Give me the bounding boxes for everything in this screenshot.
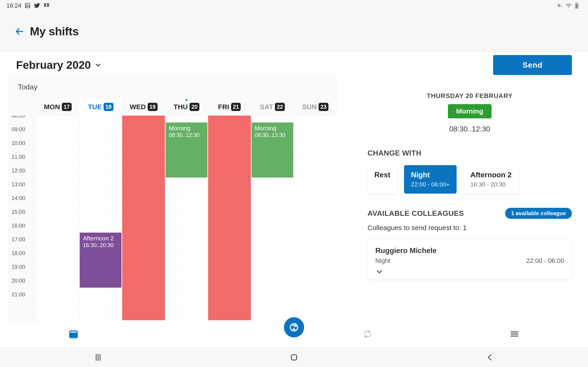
- colleague-name: Ruggiero Michele: [375, 246, 437, 255]
- tab-sync[interactable]: [294, 329, 441, 339]
- bottom-tab-bar: [0, 320, 588, 347]
- chevron-down-icon: [95, 62, 102, 69]
- status-time: 16:24: [6, 2, 21, 9]
- change-with-heading: CHANGE WITH: [367, 149, 572, 157]
- event-morning-thu[interactable]: Morning 08:30..12:30: [166, 123, 208, 177]
- fab-swap[interactable]: [284, 317, 304, 337]
- colleague-card[interactable]: Ruggiero Michele Night 22:00 - 06:00: [367, 240, 572, 279]
- event-morning-sat[interactable]: Morning 08:30..12:30: [251, 123, 293, 177]
- event-block-wed[interactable]: [122, 116, 165, 320]
- gallery-icon: [25, 2, 31, 8]
- svg-rect-19: [291, 355, 296, 360]
- event-afternoon2[interactable]: Afternoon 2 16:30..20:30: [80, 233, 121, 288]
- request-to-text: Colleagues to send request to: 1: [367, 224, 572, 232]
- day-col-fri[interactable]: [208, 116, 251, 320]
- available-heading: AVAILABLE COLLEAGUES: [367, 209, 464, 218]
- android-nav-bar: [0, 347, 588, 367]
- colleague-shift: Night: [375, 257, 390, 265]
- change-with-options: Rest Night 22:00 - 06:00+ Afternoon 2 16…: [367, 165, 572, 194]
- day-col-mon[interactable]: [36, 116, 79, 320]
- mute-icon: [557, 2, 563, 8]
- svg-rect-4: [576, 4, 578, 8]
- month-picker[interactable]: February 2020: [16, 59, 102, 71]
- day-head-thu[interactable]: THU20: [165, 98, 208, 116]
- tab-calendar[interactable]: [0, 329, 147, 339]
- available-badge: 1 available colleague: [505, 208, 572, 219]
- day-headers: MON17 TUE18 WED19 THU20 FRI21 SAT22 SUN2…: [8, 98, 337, 116]
- android-status-bar: 16:24: [0, 0, 588, 11]
- day-col-thu[interactable]: Morning 08:30..12:30: [165, 116, 208, 320]
- day-col-tue[interactable]: Afternoon 2 16:30..20:30: [79, 116, 122, 320]
- tab-menu[interactable]: [441, 329, 588, 339]
- option-afternoon2[interactable]: Afternoon 2 16:30 - 20:30: [464, 165, 519, 194]
- android-home-icon[interactable]: [289, 353, 299, 362]
- colleague-time: 22:00 - 06:00: [526, 257, 564, 265]
- day-head-sat[interactable]: SAT22: [251, 98, 294, 116]
- android-back-icon[interactable]: [485, 353, 494, 362]
- app-bar: My shifts: [0, 11, 588, 52]
- day-col-sun[interactable]: [294, 116, 337, 320]
- event-block-fri[interactable]: [208, 116, 251, 320]
- battery-icon: [575, 2, 579, 9]
- day-head-mon[interactable]: MON17: [36, 98, 79, 116]
- month-picker-label: February 2020: [16, 59, 91, 71]
- hour-gutter: 08:00 09:00 10:00 11:00 12:00 13:00 14:0…: [8, 116, 36, 320]
- option-rest[interactable]: Rest: [367, 165, 397, 194]
- wifi-icon: [565, 2, 572, 9]
- detail-date-header: THURSDAY 20 FEBRUARY: [367, 92, 572, 100]
- back-arrow-icon[interactable]: [15, 27, 24, 36]
- shift-time: 08:30..12:30: [367, 125, 572, 133]
- twitter-icon: [34, 2, 40, 9]
- dropbox-icon: [43, 2, 50, 9]
- day-head-wed[interactable]: WED19: [122, 98, 165, 116]
- calendar-card: Today MON17 TUE18 WED19 THU20 FRI21 SAT2…: [8, 75, 337, 320]
- day-col-sat[interactable]: Morning 08:30..12:30: [251, 116, 294, 320]
- today-label[interactable]: Today: [8, 75, 337, 98]
- page-title: My shifts: [30, 25, 78, 38]
- shift-pill: Morning: [448, 104, 492, 118]
- send-button[interactable]: Send: [493, 55, 572, 75]
- svg-rect-3: [576, 2, 578, 3]
- svg-rect-10: [70, 333, 78, 338]
- option-night[interactable]: Night 22:00 - 06:00+: [404, 165, 456, 194]
- day-col-wed[interactable]: [122, 116, 165, 320]
- day-head-tue[interactable]: TUE18: [79, 98, 122, 116]
- day-head-fri[interactable]: FRI21: [208, 98, 251, 116]
- svg-point-1: [26, 4, 27, 5]
- android-recents-icon[interactable]: [94, 353, 103, 362]
- chevron-down-icon[interactable]: [375, 268, 564, 276]
- svg-point-12: [294, 328, 295, 329]
- day-head-sun[interactable]: SUN23: [294, 98, 337, 116]
